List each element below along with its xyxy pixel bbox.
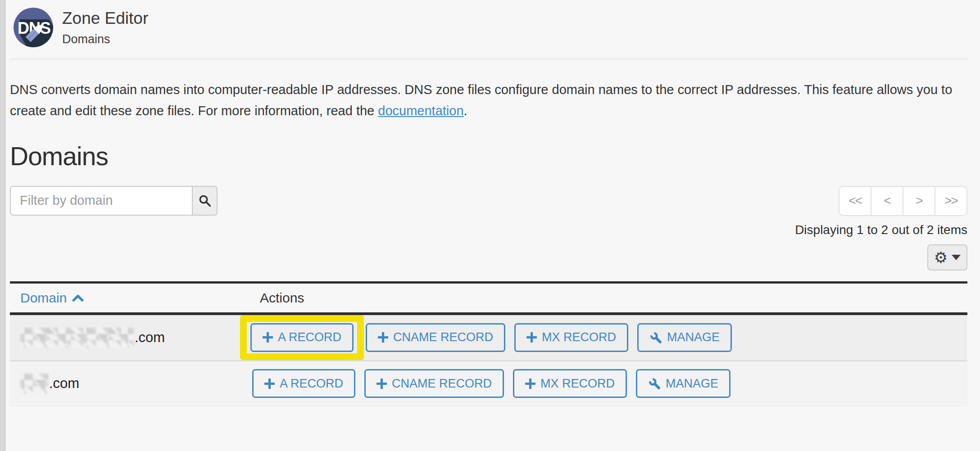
button-label: MX RECORD xyxy=(540,377,615,391)
filter-group xyxy=(10,186,218,216)
actions-cell: A RECORD CNAME RECORD MX RECORD xyxy=(245,315,732,360)
button-label: CNAME RECORD xyxy=(393,330,493,344)
page-title: Zone Editor xyxy=(62,9,148,28)
gear-row: ⚙ xyxy=(10,244,967,271)
domain-cell: .com xyxy=(10,374,245,393)
column-header-domain[interactable]: Domain xyxy=(20,290,84,306)
pagination-prev-button[interactable]: < xyxy=(871,186,903,216)
highlight-box: A RECORD xyxy=(240,315,364,360)
add-cname-record-button[interactable]: CNAME RECORD xyxy=(366,323,505,352)
pagination-status: Displaying 1 to 2 out of 2 items xyxy=(795,223,967,237)
add-mx-record-button[interactable]: MX RECORD xyxy=(513,369,627,398)
intro-text-before-link: DNS converts domain names into computer-… xyxy=(10,82,952,118)
button-label: A RECORD xyxy=(278,330,341,344)
manage-button[interactable]: MANAGE xyxy=(637,323,732,352)
app-header: DNS Zone Editor Domains xyxy=(10,0,967,59)
pagination-area: << < > >> Displaying 1 to 2 out of 2 ite… xyxy=(795,186,967,237)
domain-cell: .com xyxy=(10,328,245,347)
domains-table: Domain Actions .com xyxy=(10,281,967,406)
pagination-next-button[interactable]: > xyxy=(903,186,935,216)
plus-icon xyxy=(263,332,273,343)
add-a-record-button[interactable]: A RECORD xyxy=(252,369,355,398)
redacted-domain-name xyxy=(20,328,134,347)
table-settings-button[interactable]: ⚙ xyxy=(927,244,967,271)
domains-section-title: Domains xyxy=(10,142,967,171)
redacted-domain-name xyxy=(20,374,48,393)
intro-text-after-link: . xyxy=(464,104,467,118)
pagination-last-button[interactable]: >> xyxy=(935,186,967,216)
domain-filter-input[interactable] xyxy=(10,186,192,216)
button-label: MX RECORD xyxy=(542,330,616,344)
add-a-record-button[interactable]: A RECORD xyxy=(250,323,354,352)
main-content: DNS Zone Editor Domains DNS converts dom… xyxy=(6,0,980,406)
button-label: A RECORD xyxy=(280,377,343,391)
documentation-link[interactable]: documentation xyxy=(378,104,463,118)
caret-down-icon xyxy=(952,255,961,260)
window-edge xyxy=(0,0,6,451)
plus-icon xyxy=(378,332,388,343)
plus-icon xyxy=(264,379,275,389)
button-label: CNAME RECORD xyxy=(392,377,492,391)
wrench-icon xyxy=(649,331,662,344)
search-button[interactable] xyxy=(192,186,218,216)
header-titles: Zone Editor Domains xyxy=(62,8,148,46)
domain-suffix: .com xyxy=(49,375,79,392)
plus-icon xyxy=(377,379,387,389)
button-label: MANAGE xyxy=(667,330,720,344)
pagination-first-button[interactable]: << xyxy=(839,186,871,216)
add-cname-record-button[interactable]: CNAME RECORD xyxy=(364,369,504,398)
gear-icon: ⚙ xyxy=(934,250,948,265)
table-header-row: Domain Actions xyxy=(10,284,967,315)
sort-ascending-icon xyxy=(72,294,84,302)
column-header-actions: Actions xyxy=(245,290,304,306)
wrench-icon xyxy=(648,377,661,390)
manage-button[interactable]: MANAGE xyxy=(636,369,730,398)
add-mx-record-button[interactable]: MX RECORD xyxy=(514,323,628,352)
column-header-domain-label: Domain xyxy=(20,290,67,306)
button-label: MANAGE xyxy=(666,377,718,391)
plus-icon xyxy=(525,379,535,389)
actions-cell: A RECORD CNAME RECORD MX RECORD xyxy=(245,369,730,398)
domain-suffix: .com xyxy=(135,329,165,346)
intro-text: DNS converts domain names into computer-… xyxy=(10,79,967,122)
table-row: .com A RECORD CNAME RECORD MX RECORD xyxy=(10,361,967,406)
pagination: << < > >> xyxy=(839,186,967,216)
search-icon xyxy=(198,194,212,207)
dns-zone-editor-icon: DNS xyxy=(14,8,53,47)
table-row: .com A RECORD CNAME RECORD xyxy=(10,315,967,361)
plus-icon xyxy=(526,332,537,343)
zone-editor-page: DNS Zone Editor Domains DNS converts dom… xyxy=(0,0,980,451)
column-header-domain-cell: Domain xyxy=(10,290,245,306)
page-subtitle: Domains xyxy=(62,32,148,46)
controls-row: << < > >> Displaying 1 to 2 out of 2 ite… xyxy=(10,186,967,237)
